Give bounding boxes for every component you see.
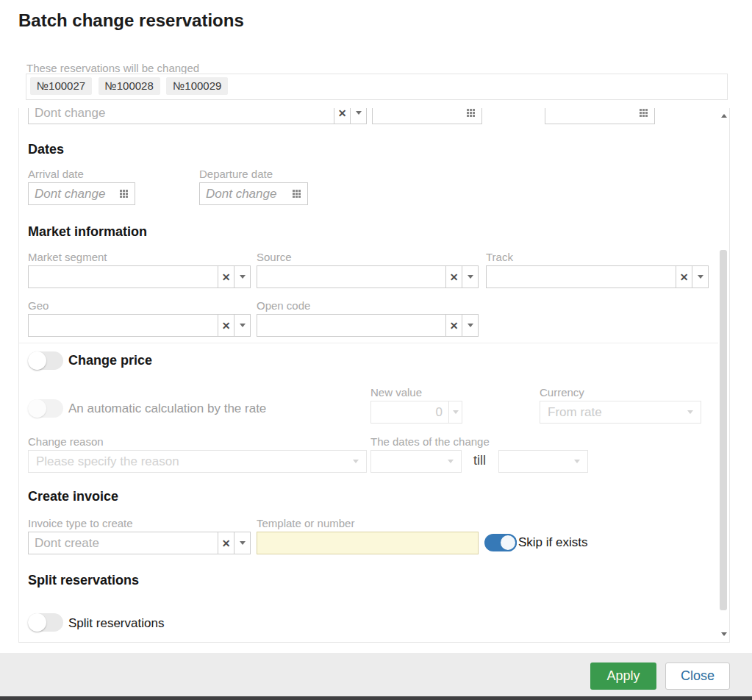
reservations-label: These reservations will be changed — [26, 62, 199, 74]
dialog-scroll-area: ✕ Dates Arrival date Departure date Mark… — [18, 108, 730, 643]
batch-change-dialog: Batch change reservations These reservat… — [0, 0, 752, 700]
currency-label: Currency — [540, 386, 584, 399]
toggle-knob — [28, 399, 46, 418]
clear-icon[interactable]: ✕ — [218, 315, 234, 336]
skip-if-exists-toggle[interactable] — [484, 534, 517, 551]
scrolled-date-field-2 — [545, 108, 655, 124]
auto-calculation-toggle[interactable] — [28, 399, 63, 418]
template-or-number-input[interactable] — [257, 532, 478, 554]
new-value-field — [370, 401, 462, 424]
clear-icon[interactable]: ✕ — [218, 266, 234, 288]
chevron-down-icon[interactable] — [462, 266, 478, 288]
scroll-down-icon[interactable] — [718, 628, 729, 640]
template-or-number-field — [257, 532, 479, 554]
source-input[interactable] — [257, 266, 445, 288]
vertical-scrollbar[interactable] — [718, 108, 729, 642]
background-page-edge — [0, 696, 752, 700]
spinner-arrow-icon[interactable] — [448, 401, 462, 423]
toggle-knob — [499, 534, 517, 551]
scroll-up-icon[interactable] — [718, 110, 729, 121]
open-code-label: Open code — [257, 299, 310, 312]
clear-icon[interactable]: ✕ — [676, 266, 692, 288]
change-date-from-select[interactable] — [370, 450, 462, 473]
new-value-input[interactable] — [371, 401, 448, 423]
apply-button[interactable]: Apply — [590, 662, 656, 690]
scrolled-combo-input[interactable] — [29, 108, 334, 124]
clear-icon[interactable]: ✕ — [445, 266, 462, 288]
calendar-icon[interactable] — [640, 109, 648, 117]
auto-calculation-label: An automatic calculation by the rate — [68, 401, 266, 416]
source-label: Source — [257, 251, 292, 263]
market-segment-label: Market segment — [28, 251, 107, 263]
chevron-down-icon[interactable] — [234, 532, 250, 554]
geo-input[interactable] — [29, 315, 218, 336]
clear-icon[interactable]: ✕ — [445, 315, 462, 336]
market-segment-field: ✕ — [28, 265, 251, 288]
invoice-type-input[interactable] — [29, 532, 218, 554]
currency-value: From rate — [548, 405, 687, 420]
departure-date-label: Departure date — [199, 168, 273, 180]
close-button[interactable]: Close — [665, 662, 730, 690]
change-reason-placeholder: Please specify the reason — [36, 454, 353, 469]
calendar-icon[interactable] — [120, 190, 128, 198]
change-reason-select[interactable]: Please specify the reason — [28, 450, 367, 473]
market-information-header: Market information — [28, 224, 147, 240]
chevron-down-icon[interactable] — [234, 266, 250, 288]
arrival-date-input[interactable] — [29, 183, 120, 204]
invoice-type-label: Invoice type to create — [28, 517, 133, 529]
invoice-type-field: ✕ — [28, 532, 251, 554]
currency-select[interactable]: From rate — [540, 401, 701, 424]
chevron-down-icon — [687, 410, 693, 414]
change-price-toggle[interactable] — [28, 351, 63, 370]
split-reservations-label: Split reservations — [68, 616, 164, 631]
dialog-footer: Apply Close — [0, 653, 752, 696]
departure-date-input[interactable] — [200, 183, 293, 204]
track-label: Track — [486, 251, 513, 263]
open-code-field: ✕ — [257, 314, 479, 337]
new-value-label: New value — [370, 386, 422, 399]
source-field: ✕ — [257, 265, 479, 288]
chevron-down-icon — [448, 460, 454, 463]
chevron-down-icon[interactable] — [350, 108, 366, 124]
change-reason-label: Change reason — [28, 435, 104, 448]
geo-label: Geo — [28, 299, 49, 312]
track-input[interactable] — [487, 266, 676, 288]
reservation-tag: №100028 — [99, 77, 160, 95]
arrival-date-field — [28, 182, 135, 205]
arrival-date-label: Arrival date — [28, 168, 84, 180]
scrolled-date-input[interactable] — [373, 108, 467, 124]
market-segment-input[interactable] — [29, 266, 218, 288]
change-date-till-select[interactable] — [498, 450, 588, 473]
section-divider — [19, 343, 720, 343]
open-code-input[interactable] — [257, 315, 445, 336]
track-field: ✕ — [486, 265, 709, 288]
toggle-knob — [28, 351, 46, 370]
till-label: till — [473, 453, 486, 468]
page-title: Batch change reservations — [18, 10, 244, 31]
reservation-tag: №100029 — [166, 77, 228, 95]
create-invoice-header: Create invoice — [28, 489, 118, 504]
reservation-tag: №100027 — [30, 77, 92, 95]
scrolled-combo-field: ✕ — [28, 108, 367, 124]
change-price-label: Change price — [68, 353, 152, 368]
scrolled-date-field — [372, 108, 482, 124]
dates-header: Dates — [28, 142, 64, 157]
chevron-down-icon[interactable] — [462, 315, 478, 336]
skip-if-exists-label: Skip if exists — [518, 535, 587, 550]
chevron-down-icon — [574, 460, 580, 463]
clear-icon[interactable]: ✕ — [218, 532, 234, 554]
chevron-down-icon[interactable] — [692, 266, 708, 288]
calendar-icon[interactable] — [467, 109, 475, 117]
geo-field: ✕ — [28, 314, 251, 337]
calendar-icon[interactable] — [293, 190, 301, 198]
clear-icon[interactable]: ✕ — [334, 108, 350, 124]
scrolled-date-input-2[interactable] — [545, 108, 640, 124]
chevron-down-icon — [353, 460, 359, 463]
split-reservations-header: Split reservations — [28, 573, 139, 588]
split-reservations-toggle[interactable] — [28, 613, 63, 632]
change-dates-label: The dates of the change — [370, 435, 490, 448]
chevron-down-icon[interactable] — [234, 315, 250, 336]
reservations-tags-box: №100027 №100028 №100029 — [26, 74, 728, 100]
toggle-knob — [28, 613, 46, 632]
scrollbar-thumb[interactable] — [720, 250, 727, 610]
